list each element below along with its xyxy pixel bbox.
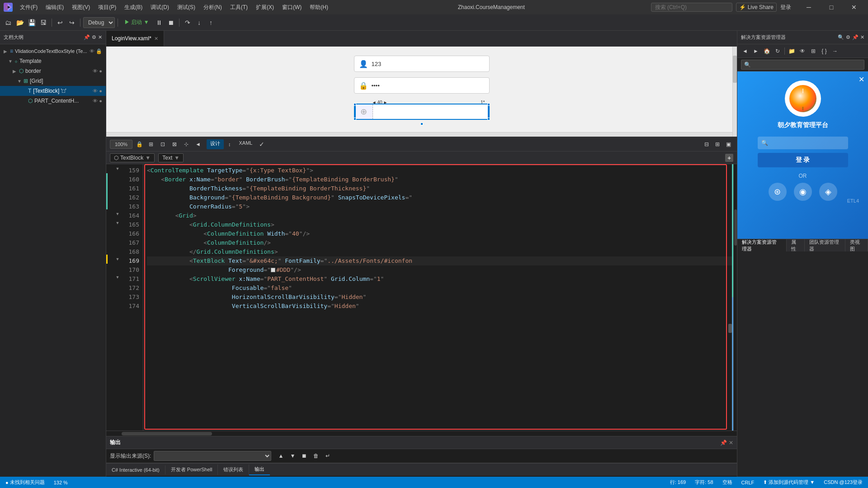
tab-solution-explorer[interactable]: 解决方案资源管理器 bbox=[737, 239, 787, 251]
step-out-button[interactable]: ↑ bbox=[206, 17, 217, 28]
code-content[interactable]: <ControlTemplate TargetType="{x:Type Tex… bbox=[143, 164, 733, 431]
output-stop-icon[interactable]: ⏹ bbox=[299, 451, 309, 461]
menu-extensions[interactable]: 扩展(X) bbox=[252, 2, 278, 13]
sol-filter-icon[interactable]: ⊞ bbox=[808, 46, 818, 56]
resize-handle-br[interactable] bbox=[487, 118, 490, 120]
sol-code-icon[interactable]: { } bbox=[819, 46, 829, 56]
output-clear-icon[interactable]: 🗑 bbox=[311, 451, 321, 461]
output-down-icon[interactable]: ▼ bbox=[288, 451, 297, 461]
save-all-button[interactable]: 🖫 bbox=[38, 17, 49, 28]
solution-search-input[interactable] bbox=[753, 62, 861, 67]
outline-item-style[interactable]: ▶ ≡ VlidationCodeTextBoxStyle (Te... 👁 🔒 bbox=[0, 46, 106, 56]
sol-refresh-icon[interactable]: ↻ bbox=[773, 46, 783, 56]
status-spaces[interactable]: 空格 bbox=[721, 479, 734, 486]
eye-icon-style[interactable]: 👁 🔒 bbox=[90, 48, 102, 54]
maximize-button[interactable]: □ bbox=[821, 0, 842, 14]
zoom-input[interactable] bbox=[110, 140, 132, 149]
outline-item-textblock[interactable]: T [TextBlock] '□' 👁 ● bbox=[0, 86, 106, 96]
split-horizontal-icon[interactable]: ⊟ bbox=[702, 139, 712, 149]
collapse-arr-6[interactable]: ▼ bbox=[114, 218, 121, 227]
undo-button[interactable]: ↩ bbox=[55, 17, 66, 28]
horizontal-scrollbar[interactable] bbox=[106, 431, 737, 436]
collapse-arr-12[interactable]: ▼ bbox=[114, 273, 121, 282]
sol-arrow-icon[interactable]: → bbox=[830, 46, 840, 56]
output-close-icon[interactable]: ✕ bbox=[729, 440, 733, 446]
menu-edit[interactable]: 编辑(E) bbox=[42, 2, 67, 13]
collapse-arr-5[interactable]: ▼ bbox=[114, 209, 121, 218]
eye-icon-border[interactable]: 👁 ● bbox=[93, 68, 102, 74]
sol-eye-icon[interactable]: 👁 bbox=[797, 46, 807, 56]
resize-handle-tl[interactable] bbox=[354, 103, 356, 106]
menu-help[interactable]: 帮助(H) bbox=[306, 2, 332, 13]
login-button[interactable]: 登 录 bbox=[758, 153, 848, 167]
menu-file[interactable]: 文件(F) bbox=[16, 2, 41, 13]
status-position[interactable]: 行: 169 bbox=[668, 479, 688, 486]
collapse-arr-10[interactable]: ▼ bbox=[114, 255, 121, 264]
grid-view-icon[interactable]: ⊞ bbox=[146, 139, 156, 149]
devops-powershell-tab[interactable]: 开发者 PowerShell bbox=[165, 464, 218, 475]
social-wechat-btn[interactable]: ⊛ bbox=[769, 183, 787, 201]
property-selector[interactable]: Text ▼ bbox=[158, 153, 184, 162]
output-pin-icon[interactable]: 📌 bbox=[720, 440, 727, 446]
design-mode-tab[interactable]: 设计 bbox=[207, 139, 224, 149]
search-input[interactable] bbox=[651, 3, 732, 12]
tab-team-explorer[interactable]: 团队资源管理器 bbox=[805, 239, 845, 251]
eye-icon-textblock[interactable]: 👁 ● bbox=[93, 88, 102, 94]
sol-settings-icon[interactable]: ⚙ bbox=[846, 34, 850, 40]
step-into-button[interactable]: ↓ bbox=[194, 17, 205, 28]
zoom-lock-icon[interactable]: 🔒 bbox=[134, 139, 144, 149]
status-zoom-item[interactable]: 132 % bbox=[52, 480, 70, 485]
menu-test[interactable]: 测试(S) bbox=[174, 2, 199, 13]
menu-window[interactable]: 窗口(W) bbox=[278, 2, 305, 13]
status-source-control[interactable]: ⬆ 添加到源代码管理 ▼ bbox=[761, 479, 816, 486]
output-source-select[interactable] bbox=[154, 451, 271, 461]
split-vertical-icon[interactable]: ⊞ bbox=[712, 139, 722, 149]
redo-button[interactable]: ↪ bbox=[66, 17, 77, 28]
resize-handle-tr[interactable] bbox=[487, 103, 490, 106]
menu-analyze[interactable]: 分析(N) bbox=[200, 2, 226, 13]
user-login[interactable]: 登录 bbox=[777, 2, 795, 13]
save-button[interactable]: 💾 bbox=[26, 17, 37, 28]
sol-home-icon[interactable]: 🏠 bbox=[762, 46, 772, 56]
sol-forward-icon[interactable]: ► bbox=[751, 46, 761, 56]
tab-close-icon[interactable]: ✕ bbox=[154, 36, 158, 42]
stop-button[interactable]: ⏹ bbox=[165, 17, 176, 28]
snap-icon[interactable]: ⊡ bbox=[158, 139, 168, 149]
csharp-interactive-tab[interactable]: C# Interactive (64-bit) bbox=[106, 465, 165, 474]
live-share-button[interactable]: ⚡ Live Share bbox=[736, 3, 777, 12]
pause-button[interactable]: ⏸ bbox=[154, 17, 165, 28]
start-button[interactable]: ▶ 启动 ▼ bbox=[121, 17, 153, 28]
sol-back-icon[interactable]: ◄ bbox=[740, 46, 750, 56]
new-project-button[interactable]: 🗂 bbox=[3, 17, 14, 28]
menu-tools[interactable]: 工具(T) bbox=[226, 2, 251, 13]
eye-icon-part[interactable]: 👁 ● bbox=[93, 98, 102, 104]
align-icon[interactable]: ⊠ bbox=[170, 139, 179, 149]
debug-config-select[interactable]: Debug bbox=[83, 17, 115, 28]
code-only-icon[interactable]: ▣ bbox=[723, 139, 733, 149]
tab-class-view[interactable]: 类视图 bbox=[845, 239, 868, 251]
outline-item-border[interactable]: ▶ ⬡ border 👁 ● bbox=[0, 66, 106, 76]
status-chars[interactable]: 字符: 58 bbox=[693, 479, 715, 486]
sol-folder-icon[interactable]: 📁 bbox=[787, 46, 797, 56]
menu-view[interactable]: 视图(V) bbox=[68, 2, 94, 13]
open-button[interactable]: 📂 bbox=[14, 17, 25, 28]
outline-pin-icon[interactable]: 📌 bbox=[84, 34, 90, 40]
collapse-arr-0[interactable]: ▼ bbox=[114, 164, 121, 173]
output-tab[interactable]: 输出 bbox=[249, 464, 270, 475]
output-up-icon[interactable]: ▲ bbox=[276, 451, 286, 461]
vertical-scrollbar[interactable] bbox=[733, 164, 737, 431]
outline-item-grid[interactable]: ▼ ⊞ [Grid] bbox=[0, 76, 106, 86]
preview-scrollbar[interactable] bbox=[732, 47, 737, 137]
outline-close-icon[interactable]: ✕ bbox=[98, 34, 102, 40]
error-list-tab[interactable]: 错误列表 bbox=[218, 464, 249, 475]
outline-item-template[interactable]: ▼ ⬦ Template bbox=[0, 56, 106, 66]
menu-project[interactable]: 项目(P) bbox=[94, 2, 120, 13]
step-over-button[interactable]: ↷ bbox=[182, 17, 193, 28]
sol-close-icon[interactable]: ✕ bbox=[860, 34, 864, 40]
fit-icon[interactable]: ⊹ bbox=[181, 139, 191, 149]
editor-tab-loginview[interactable]: LoginView.xaml* ✕ bbox=[106, 31, 164, 46]
social-qq-btn[interactable]: ◉ bbox=[794, 183, 812, 201]
xaml-mode-tab[interactable]: XAML bbox=[236, 139, 256, 149]
tab-properties[interactable]: 属性 bbox=[787, 239, 805, 251]
sol-search-icon[interactable]: 🔍 bbox=[838, 34, 844, 40]
